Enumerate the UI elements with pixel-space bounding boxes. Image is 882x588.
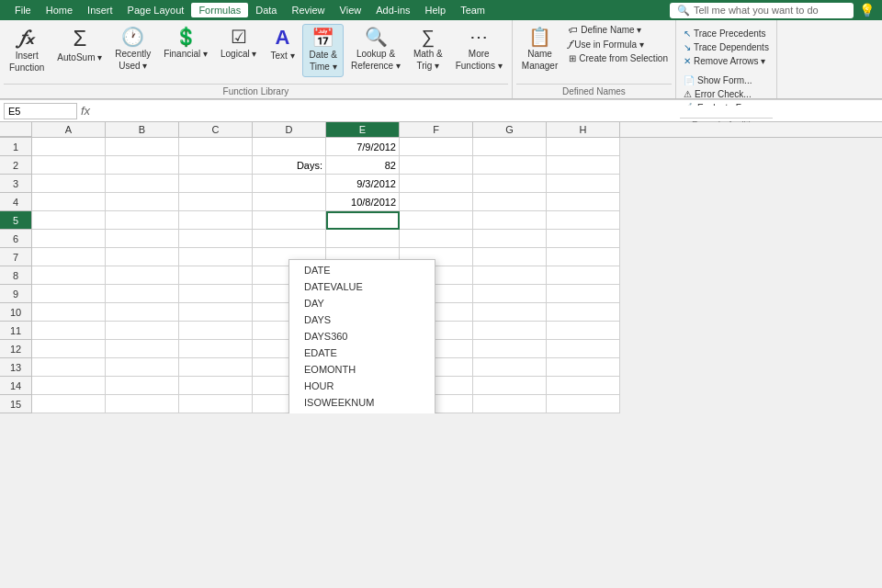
cell-g12[interactable]	[473, 340, 547, 358]
financial-button[interactable]: 💲 Financial ▾	[158, 24, 213, 63]
create-from-selection-button[interactable]: ⊞ Create from Selection	[565, 52, 672, 64]
cell-f4[interactable]	[400, 193, 473, 211]
cell-e3[interactable]: 9/3/2012	[326, 175, 400, 193]
cell-b3[interactable]	[106, 175, 179, 193]
name-box[interactable]	[4, 103, 77, 119]
cell-a3[interactable]	[32, 175, 106, 193]
cell-g8[interactable]	[473, 266, 547, 285]
cell-c3[interactable]	[179, 175, 253, 193]
cell-a4[interactable]	[32, 193, 106, 211]
define-name-button[interactable]: 🏷 Define Name ▾	[565, 24, 672, 36]
cell-c5[interactable]	[179, 211, 253, 230]
cell-h1[interactable]	[547, 138, 620, 156]
row-header-10[interactable]: 10	[0, 303, 31, 322]
cell-b6[interactable]	[106, 230, 179, 248]
cell-h9[interactable]	[547, 285, 620, 303]
cell-f6[interactable]	[400, 230, 473, 248]
cell-c8[interactable]	[179, 266, 253, 285]
cell-a7[interactable]	[32, 248, 106, 266]
menu-file[interactable]: File	[7, 3, 39, 17]
cell-a6[interactable]	[32, 230, 106, 248]
cell-c11[interactable]	[179, 322, 253, 340]
cell-g3[interactable]	[473, 175, 547, 193]
cell-g4[interactable]	[473, 193, 547, 211]
row-header-15[interactable]: 15	[0, 395, 31, 413]
cell-a13[interactable]	[32, 358, 106, 377]
cell-g9[interactable]	[473, 285, 547, 303]
cell-g15[interactable]	[473, 395, 547, 413]
cell-b4[interactable]	[106, 193, 179, 211]
cell-b13[interactable]	[106, 358, 179, 377]
cell-b11[interactable]	[106, 322, 179, 340]
cell-h15[interactable]	[547, 395, 620, 413]
cell-f5[interactable]	[400, 211, 473, 230]
cell-c2[interactable]	[179, 156, 253, 175]
cell-g5[interactable]	[473, 211, 547, 230]
date-time-button[interactable]: 📅 Date &Time ▾	[302, 24, 344, 77]
cell-a1[interactable]	[32, 138, 106, 156]
row-header-9[interactable]: 9	[0, 285, 31, 303]
cell-d5[interactable]	[253, 211, 326, 230]
menu-insert[interactable]: Insert	[80, 3, 120, 17]
cell-h11[interactable]	[547, 322, 620, 340]
cell-a5[interactable]	[32, 211, 106, 230]
cell-c15[interactable]	[179, 395, 253, 413]
dropdown-item-minute[interactable]: MINUTE	[289, 411, 435, 413]
cell-b12[interactable]	[106, 340, 179, 358]
col-header-d[interactable]: D	[253, 122, 326, 137]
cell-a9[interactable]	[32, 285, 106, 303]
cell-g1[interactable]	[473, 138, 547, 156]
cell-c12[interactable]	[179, 340, 253, 358]
dropdown-item-datevalue[interactable]: DATEVALUE	[289, 278, 435, 295]
dropdown-item-day[interactable]: DAY	[289, 295, 435, 311]
row-header-3[interactable]: 3	[0, 175, 31, 193]
cell-g2[interactable]	[473, 156, 547, 175]
cell-h6[interactable]	[547, 230, 620, 248]
formula-input[interactable]	[94, 106, 878, 117]
cell-h2[interactable]	[547, 156, 620, 175]
cell-a12[interactable]	[32, 340, 106, 358]
cell-c13[interactable]	[179, 358, 253, 377]
cell-b10[interactable]	[106, 303, 179, 322]
cell-h5[interactable]	[547, 211, 620, 230]
cell-a15[interactable]	[32, 395, 106, 413]
cell-e2[interactable]: 82	[326, 156, 400, 175]
col-header-a[interactable]: A	[32, 122, 106, 137]
cell-g6[interactable]	[473, 230, 547, 248]
cell-f1[interactable]	[400, 138, 473, 156]
name-manager-button[interactable]: 📋 NameManager	[516, 24, 563, 75]
cell-b9[interactable]	[106, 285, 179, 303]
cell-f2[interactable]	[400, 156, 473, 175]
cell-c4[interactable]	[179, 193, 253, 211]
cell-h7[interactable]	[547, 248, 620, 266]
dropdown-item-hour[interactable]: HOUR	[289, 378, 435, 394]
cell-h13[interactable]	[547, 358, 620, 377]
cell-e1[interactable]: 7/9/2012	[326, 138, 400, 156]
row-header-12[interactable]: 12	[0, 340, 31, 358]
row-header-8[interactable]: 8	[0, 266, 31, 285]
cell-b15[interactable]	[106, 395, 179, 413]
col-header-b[interactable]: B	[106, 122, 179, 137]
cell-g11[interactable]	[473, 322, 547, 340]
row-header-13[interactable]: 13	[0, 358, 31, 377]
cell-d3[interactable]	[253, 175, 326, 193]
cell-c7[interactable]	[179, 248, 253, 266]
cell-a14[interactable]	[32, 377, 106, 395]
cell-g13[interactable]	[473, 358, 547, 377]
cell-g10[interactable]	[473, 303, 547, 322]
tell-me-search[interactable]: 🔍 Tell me what you want to do	[670, 3, 854, 18]
more-functions-button[interactable]: ⋯ MoreFunctions ▾	[450, 24, 508, 75]
cell-d2[interactable]: Days:	[253, 156, 326, 175]
dropdown-item-days360[interactable]: DAYS360	[289, 328, 435, 345]
math-trig-button[interactable]: ∑ Math &Trig ▾	[408, 24, 448, 75]
cell-c6[interactable]	[179, 230, 253, 248]
cell-h8[interactable]	[547, 266, 620, 285]
autosum-button[interactable]: Σ AutoSum ▾	[51, 24, 107, 67]
cell-d4[interactable]	[253, 193, 326, 211]
trace-dependents-button[interactable]: ↘ Trace Dependents	[680, 41, 773, 53]
cell-b2[interactable]	[106, 156, 179, 175]
cell-h14[interactable]	[547, 377, 620, 395]
cell-h4[interactable]	[547, 193, 620, 211]
recently-used-button[interactable]: 🕐 RecentlyUsed ▾	[109, 24, 156, 75]
menu-addins[interactable]: Add-ins	[368, 3, 417, 17]
